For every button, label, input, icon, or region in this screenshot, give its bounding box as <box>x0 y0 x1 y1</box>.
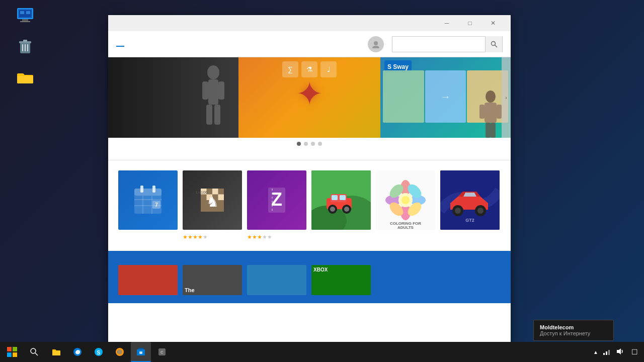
app-card-zen[interactable]: COLORING FOR ADULTS <box>376 170 435 241</box>
app-icon-zip: Z <box>247 170 306 230</box>
hero-banner: ∑ ⚗ ♩ ✦ S Sway <box>108 57 511 138</box>
svg-rect-5 <box>20 11 24 14</box>
slide-dot-4[interactable] <box>318 142 322 146</box>
gs-app-3[interactable] <box>247 265 306 295</box>
content-area[interactable]: ∑ ⚗ ♩ ✦ S Sway <box>108 57 511 347</box>
svg-text:7: 7 <box>155 202 158 208</box>
taskbar-app6[interactable]: C <box>152 342 172 362</box>
svg-rect-94 <box>603 353 605 355</box>
svg-line-84 <box>35 353 38 355</box>
svg-point-54 <box>330 207 335 212</box>
desktop-icons-container <box>0 0 50 104</box>
hero-slide-wolfram[interactable]: ∑ ⚗ ♩ ✦ <box>238 57 380 138</box>
svg-rect-24 <box>479 105 485 119</box>
app-card-chess[interactable]: ♞ Lv.100 ★★★★★ <box>183 170 242 241</box>
svg-text:Z: Z <box>271 189 282 210</box>
taskbar-firefox[interactable] <box>110 342 130 362</box>
svg-marker-77 <box>463 193 476 197</box>
minimize-button[interactable]: ─ <box>435 15 458 31</box>
svg-rect-17 <box>208 79 218 105</box>
start-button[interactable] <box>0 342 24 362</box>
svg-rect-82 <box>13 352 17 357</box>
tray-volume[interactable] <box>614 347 625 357</box>
search-button[interactable] <box>485 36 502 52</box>
window-controls: ─ □ ✕ <box>435 15 505 31</box>
slide-dots <box>108 138 511 150</box>
gs-app-xbox[interactable]: XBOX <box>311 265 371 295</box>
taskbar-edge[interactable] <box>67 342 88 362</box>
svg-rect-3 <box>20 21 30 22</box>
svg-marker-97 <box>617 348 621 354</box>
section-tabs <box>108 150 511 160</box>
tab-top-games[interactable] <box>295 153 299 155</box>
desktop-icon-recycle-bin[interactable] <box>5 36 45 58</box>
svg-rect-21 <box>214 105 220 125</box>
slide-dot-1[interactable] <box>297 142 301 146</box>
svg-line-15 <box>495 45 497 47</box>
app-icon-chess: ♞ Lv.100 <box>183 170 242 230</box>
svg-rect-40 <box>212 189 218 195</box>
tab-collections[interactable] <box>344 153 348 155</box>
svg-text:C: C <box>160 350 164 354</box>
computer-icon <box>15 5 35 25</box>
nav-apps[interactable] <box>128 42 136 46</box>
svg-rect-27 <box>491 123 496 138</box>
svg-point-74 <box>455 208 461 214</box>
taskbar-skype[interactable]: S <box>89 342 109 362</box>
close-button[interactable]: ✕ <box>481 15 505 31</box>
folder-icon <box>15 67 35 87</box>
tray-notifications[interactable]: ☐ <box>629 348 640 356</box>
tray-network[interactable] <box>601 347 612 357</box>
svg-rect-30 <box>140 186 143 193</box>
svg-text:Lv.100: Lv.100 <box>196 190 208 195</box>
svg-rect-25 <box>497 105 502 119</box>
svg-rect-57 <box>332 195 338 200</box>
app-card-gt[interactable]: GT2 <box>440 170 500 241</box>
svg-rect-26 <box>486 123 491 138</box>
svg-rect-20 <box>206 105 212 125</box>
maximize-button[interactable]: □ <box>458 15 481 31</box>
search-box <box>392 36 503 52</box>
taskbar-apps: S C <box>44 342 588 362</box>
app-stars-chess: ★★★★★ <box>183 234 242 240</box>
taskbar-file-explorer[interactable] <box>46 342 66 362</box>
svg-point-76 <box>477 208 484 214</box>
desktop-icon-new-folder[interactable] <box>5 67 45 89</box>
tab-featured[interactable] <box>319 153 324 155</box>
user-avatar[interactable] <box>368 36 384 52</box>
store-window: ─ □ ✕ <box>108 15 511 347</box>
svg-point-13 <box>374 41 378 45</box>
taskbar-store[interactable] <box>131 342 151 362</box>
taskbar-notification: Moldtelecom Доступ к Интернету <box>533 320 614 341</box>
desktop-icon-my-computer[interactable] <box>5 5 45 27</box>
svg-point-56 <box>344 207 349 212</box>
app-icon-zen: COLORING FOR ADULTS <box>376 170 435 230</box>
search-input[interactable] <box>392 37 485 52</box>
svg-text:♞: ♞ <box>206 194 219 210</box>
hero-slide-adidas[interactable] <box>108 57 238 138</box>
svg-rect-18 <box>202 81 208 100</box>
svg-point-69 <box>401 196 410 204</box>
taskbar: S C ▲ <box>0 342 644 362</box>
hero-scroll-right[interactable]: › <box>502 57 511 138</box>
svg-rect-19 <box>218 81 224 100</box>
gs-app-2[interactable]: The <box>183 265 242 295</box>
slide-dot-2[interactable] <box>304 142 308 146</box>
svg-rect-80 <box>13 347 17 351</box>
taskbar-search-button[interactable] <box>24 342 44 362</box>
slide-dot-3[interactable] <box>311 142 315 146</box>
nav-games[interactable] <box>140 42 148 46</box>
nav-home[interactable] <box>116 42 124 47</box>
gs-app-1[interactable] <box>118 265 178 295</box>
app-card-hill[interactable] <box>311 170 371 241</box>
app-grid: 7 <box>108 170 511 249</box>
tray-expand[interactable]: ▲ <box>592 349 599 355</box>
app-card-calendar[interactable]: 7 <box>118 170 178 241</box>
app-icon-calendar: 7 <box>118 170 178 230</box>
svg-point-22 <box>486 90 496 103</box>
title-bar: ─ □ ✕ <box>108 15 511 31</box>
app-card-zip[interactable]: Z ★★★★★ <box>247 170 306 241</box>
svg-point-83 <box>31 348 36 353</box>
hero-slide-sway[interactable]: S Sway → <box>380 57 511 138</box>
tab-top-apps[interactable] <box>271 153 275 155</box>
